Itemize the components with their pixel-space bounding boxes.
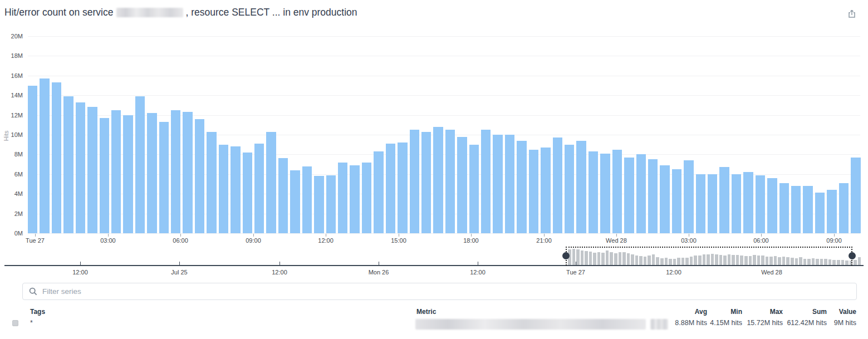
bar [624, 158, 634, 233]
x-tick-mark [761, 234, 762, 237]
bar [684, 160, 693, 233]
row-sum: 612.42M hits [787, 319, 827, 327]
y-tick-label: 18M [11, 52, 23, 59]
bar [756, 175, 765, 233]
bar [791, 186, 801, 233]
export-button[interactable] [847, 8, 859, 20]
bar [159, 122, 169, 233]
bar [660, 165, 669, 233]
bar [254, 144, 264, 233]
bar [398, 143, 407, 233]
bar [326, 175, 336, 233]
timeline-tick-mark [279, 262, 280, 265]
column-header-max: Max [770, 308, 783, 316]
x-tick-label: 12:00 [318, 237, 334, 244]
bar [827, 190, 836, 233]
brush-handle-right[interactable] [849, 252, 856, 259]
y-tick-label: 0M [14, 230, 23, 237]
bar [708, 174, 717, 233]
bar [505, 135, 514, 233]
bar [243, 153, 252, 233]
bar [266, 132, 276, 233]
bar [732, 174, 741, 233]
row-value: 9M hits [834, 319, 856, 327]
bar [123, 115, 133, 233]
bar [147, 113, 156, 233]
bar [636, 154, 646, 233]
x-tick-label: 09:00 [246, 237, 261, 244]
row-tags: * [30, 319, 33, 327]
timeline-tick-label: Jul 25 [171, 269, 187, 276]
y-tick-label: 20M [11, 33, 23, 40]
y-tick-label: 14M [11, 92, 23, 99]
bar-series [28, 36, 860, 233]
bar [278, 158, 288, 233]
row-min: 4.15M hits [710, 319, 742, 327]
bar [779, 183, 789, 233]
x-tick-label: 09:00 [826, 237, 842, 244]
mini-bar [854, 260, 857, 265]
x-tick-label: Tue 27 [26, 237, 45, 244]
x-tick-mark [544, 234, 545, 237]
bar [529, 150, 538, 233]
bar [76, 102, 85, 233]
y-tick-label: 4M [14, 190, 23, 197]
timeline-tick-label: 12:00 [272, 269, 287, 276]
bar [87, 107, 97, 233]
filter-series-box [22, 283, 857, 300]
y-tick-label: 8M [14, 151, 23, 158]
bar [576, 141, 586, 233]
redacted-service-name [116, 8, 183, 17]
column-header-metric: Metric [416, 308, 436, 316]
bar [589, 151, 598, 233]
bar [445, 130, 455, 233]
y-tick-label: 10M [11, 131, 23, 138]
x-tick-label: 18:00 [463, 237, 479, 244]
bar [648, 159, 658, 233]
bar [803, 186, 812, 233]
brush-selection[interactable] [566, 247, 852, 266]
bar [52, 82, 61, 233]
timeline-tick-label: 12:00 [470, 269, 486, 276]
y-tick-label: 2M [14, 210, 23, 217]
main-chart-plot-area[interactable] [28, 36, 860, 233]
mini-bar [858, 257, 861, 265]
bar [612, 150, 622, 233]
bar [433, 127, 443, 233]
bar [696, 174, 705, 233]
column-header-avg: Avg [695, 308, 707, 316]
x-tick-mark [180, 234, 181, 237]
bar [851, 158, 860, 233]
bar [815, 193, 825, 233]
x-tick-label: 03:00 [100, 237, 116, 244]
bar [40, 78, 49, 233]
bar [743, 172, 753, 233]
x-tick-mark [689, 234, 689, 237]
bar [100, 118, 109, 233]
bar [314, 176, 323, 233]
export-icon [847, 9, 859, 19]
x-axis-tick-labels: Tue 2703:0006:0009:0012:0015:0018:0021:0… [28, 233, 860, 248]
bar [171, 110, 180, 233]
series-legend-swatch[interactable] [12, 320, 18, 326]
bar [469, 145, 479, 233]
column-header-value: Value [839, 308, 856, 316]
x-tick-mark [35, 234, 36, 237]
x-tick-mark [471, 234, 472, 237]
bar [541, 148, 550, 233]
bar [28, 86, 37, 234]
bar [111, 110, 121, 233]
y-tick-label: 16M [11, 72, 23, 79]
bar [839, 183, 849, 233]
timeline-tick-label: 12:00 [72, 269, 88, 276]
bar [338, 163, 347, 233]
x-tick-label: 03:00 [681, 237, 697, 244]
column-header-tags: Tags [30, 308, 45, 316]
x-tick-mark [399, 234, 399, 237]
bar [553, 137, 562, 233]
x-tick-label: 15:00 [391, 237, 406, 244]
filter-series-input[interactable] [42, 287, 850, 296]
brush-handle-left[interactable] [562, 252, 570, 259]
bar [183, 112, 192, 233]
timeline-tick-label: Wed 28 [761, 269, 782, 276]
